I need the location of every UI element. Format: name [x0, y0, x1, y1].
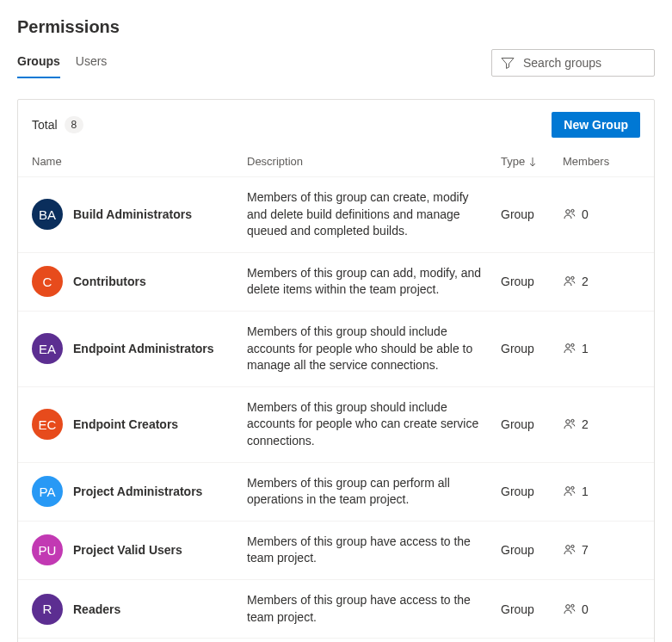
group-name: Endpoint Creators	[73, 417, 178, 431]
members-count: 1	[582, 342, 589, 355]
avatar: EA	[32, 333, 63, 364]
table-row[interactable]: FT fabrikam Team The default project tea…	[18, 639, 654, 642]
search-box[interactable]	[491, 49, 655, 77]
avatar: PU	[32, 534, 63, 565]
avatar: BA	[32, 199, 63, 230]
members-count: 0	[582, 207, 589, 221]
avatar: R	[32, 594, 63, 625]
header-description[interactable]: Description	[247, 155, 501, 168]
svg-point-12	[566, 604, 570, 608]
members-icon	[563, 417, 576, 431]
svg-point-6	[566, 420, 570, 424]
groups-panel: Total 8 New Group Name Description Type …	[17, 99, 655, 642]
table-row[interactable]: EA Endpoint Administrators Members of th…	[18, 312, 654, 387]
tab-bar: Groups Users	[17, 47, 107, 78]
svg-point-4	[566, 344, 570, 349]
column-headers: Name Description Type Members	[18, 146, 654, 177]
group-type: Group	[501, 602, 563, 616]
members-count: 2	[582, 417, 589, 431]
total-count: 8	[65, 116, 84, 133]
svg-point-9	[571, 487, 574, 490]
members-icon	[563, 602, 576, 616]
group-description: Members of this group have access to the…	[247, 592, 501, 626]
search-input[interactable]	[521, 55, 645, 71]
sort-down-icon	[528, 157, 537, 167]
svg-point-3	[571, 277, 574, 280]
group-type: Group	[501, 543, 563, 557]
table-row[interactable]: PU Project Valid Users Members of this g…	[18, 522, 654, 580]
avatar: C	[32, 266, 63, 297]
header-members[interactable]: Members	[563, 155, 640, 168]
group-type: Group	[501, 342, 563, 355]
table-row[interactable]: BA Build Administrators Members of this …	[18, 177, 654, 253]
group-type: Group	[501, 417, 563, 431]
group-description: Members of this group can perform all op…	[247, 475, 501, 509]
table-row[interactable]: C Contributors Members of this group can…	[18, 253, 654, 312]
table-row[interactable]: EC Endpoint Creators Members of this gro…	[18, 387, 654, 463]
svg-point-0	[566, 210, 570, 214]
svg-point-11	[571, 546, 574, 548]
header-name[interactable]: Name	[32, 155, 247, 168]
members-icon	[563, 275, 576, 288]
group-name: Readers	[73, 602, 120, 616]
avatar: EC	[32, 409, 63, 440]
group-description: Members of this group have access to the…	[247, 534, 501, 567]
group-name: Endpoint Administrators	[73, 342, 214, 355]
svg-point-13	[571, 604, 574, 607]
group-name: Project Valid Users	[73, 543, 182, 557]
tab-users[interactable]: Users	[76, 47, 108, 78]
new-group-button[interactable]: New Group	[552, 112, 640, 138]
tab-groups[interactable]: Groups	[17, 47, 60, 78]
members-icon	[563, 342, 576, 355]
group-description: Members of this group can add, modify, a…	[247, 265, 501, 299]
table-row[interactable]: R Readers Members of this group have acc…	[18, 580, 654, 639]
svg-point-2	[566, 277, 570, 281]
svg-point-10	[566, 546, 570, 550]
svg-point-8	[566, 487, 570, 491]
total-label: Total	[32, 118, 58, 132]
group-type: Group	[501, 485, 563, 498]
group-type: Group	[501, 207, 563, 221]
group-name: Build Administrators	[73, 207, 192, 221]
header-type-label: Type	[501, 155, 525, 168]
table-row[interactable]: PA Project Administrators Members of thi…	[18, 463, 654, 522]
avatar: PA	[32, 476, 63, 507]
group-name: Project Administrators	[73, 485, 202, 498]
group-description: Members of this group can create, modify…	[247, 189, 501, 240]
header-type[interactable]: Type	[501, 155, 563, 168]
members-count: 0	[582, 602, 589, 616]
group-name: Contributors	[73, 275, 146, 288]
filter-icon	[501, 56, 515, 70]
group-description: Members of this group should include acc…	[247, 324, 501, 374]
members-count: 7	[582, 543, 589, 557]
group-description: Members of this group should include acc…	[247, 399, 501, 450]
members-count: 1	[582, 485, 589, 498]
svg-point-7	[571, 420, 574, 423]
members-icon	[563, 485, 576, 498]
members-icon	[563, 543, 576, 557]
page-title: Permissions	[17, 17, 655, 37]
svg-point-1	[571, 210, 574, 213]
members-count: 2	[582, 275, 589, 288]
group-type: Group	[501, 275, 563, 288]
members-icon	[563, 207, 576, 221]
svg-point-5	[571, 344, 574, 347]
